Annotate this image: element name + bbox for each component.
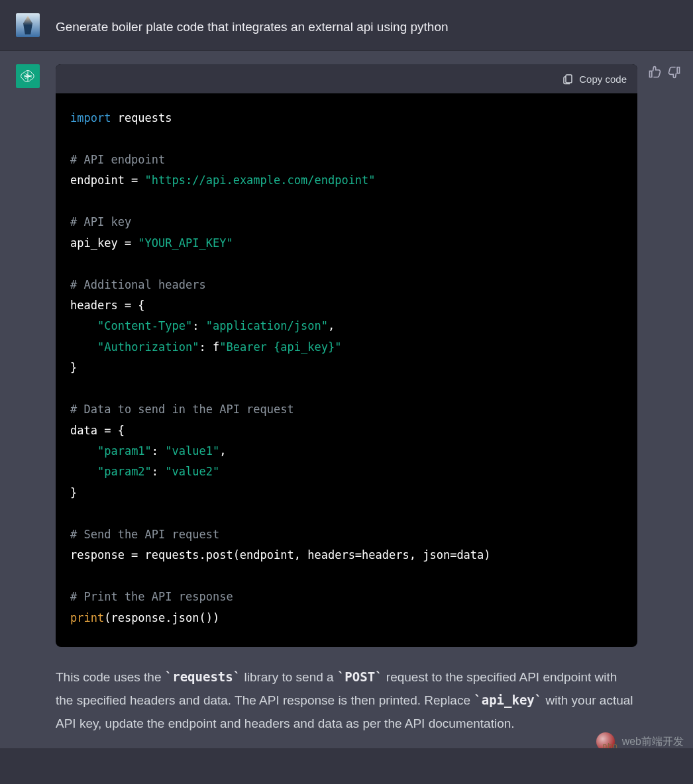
code-content[interactable]: import requests # API endpoint endpoint …	[56, 93, 637, 647]
openai-logo-icon	[20, 68, 36, 84]
watermark-sub: php	[603, 740, 618, 749]
clipboard-icon	[562, 73, 574, 85]
copy-code-button[interactable]: Copy code	[562, 73, 627, 85]
copy-code-label: Copy code	[579, 74, 627, 85]
code-block: Copy code import requests # API endpoint…	[56, 64, 637, 647]
assistant-explanation: This code uses the `requests` library to…	[56, 665, 637, 735]
feedback-buttons	[648, 66, 681, 79]
assistant-content: Copy code import requests # API endpoint…	[56, 64, 677, 735]
watermark-text: web前端开发	[622, 734, 684, 749]
user-message-text: Generate boiler plate code that integrat…	[56, 13, 677, 37]
svg-rect-0	[566, 75, 572, 83]
thumbs-up-icon[interactable]	[648, 66, 661, 79]
user-message-row: Generate boiler plate code that integrat…	[0, 0, 693, 51]
assistant-message-row: Copy code import requests # API endpoint…	[0, 51, 693, 748]
assistant-avatar	[16, 64, 40, 88]
user-avatar	[16, 13, 40, 37]
code-block-header: Copy code	[56, 64, 637, 93]
thumbs-down-icon[interactable]	[668, 66, 681, 79]
watermark: php web前端开发	[596, 731, 684, 749]
